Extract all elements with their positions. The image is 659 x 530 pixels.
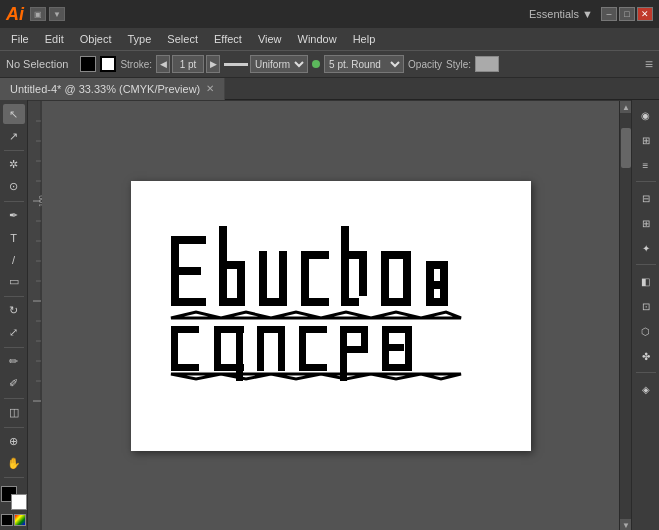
symbols-button[interactable]: ✤ bbox=[635, 345, 657, 367]
magic-wand-tool-button[interactable]: ✲ bbox=[3, 155, 25, 175]
canvas-wrapper: 100 200 300 bbox=[28, 100, 631, 530]
svg-rect-70 bbox=[426, 298, 448, 306]
properties-button[interactable]: ≡ bbox=[635, 154, 657, 176]
vertical-scrollbar[interactable]: ▲ ▼ bbox=[619, 101, 631, 530]
menu-help[interactable]: Help bbox=[346, 31, 383, 47]
document-tab[interactable]: Untitled-4* @ 33.33% (CMYK/Preview) ✕ bbox=[0, 78, 225, 100]
stroke-decrement-button[interactable]: ◀ bbox=[156, 55, 170, 73]
color-panel-button[interactable]: ◉ bbox=[635, 104, 657, 126]
transform-button[interactable]: ⊞ bbox=[635, 212, 657, 234]
svg-rect-91 bbox=[382, 326, 389, 371]
svg-rect-45 bbox=[171, 236, 206, 244]
toolbar-separator-6 bbox=[4, 427, 24, 428]
ruler-v-marks: 100 bbox=[28, 101, 42, 530]
panel-separator-2 bbox=[636, 264, 656, 265]
rectangle-tool-button[interactable]: ▭ bbox=[3, 272, 25, 292]
tab-title: Untitled-4* @ 33.33% (CMYK/Preview) bbox=[10, 83, 200, 95]
svg-rect-59 bbox=[341, 251, 359, 259]
brushes-button[interactable]: ⬡ bbox=[635, 320, 657, 342]
scale-tool-button[interactable]: ⤢ bbox=[3, 323, 25, 343]
svg-rect-57 bbox=[301, 251, 309, 306]
arrow-icon[interactable]: ▼ bbox=[49, 7, 65, 21]
stroke-color-box[interactable] bbox=[100, 56, 116, 72]
menu-select[interactable]: Select bbox=[160, 31, 205, 47]
panel-separator-3 bbox=[636, 372, 656, 373]
svg-rect-80 bbox=[278, 326, 285, 371]
opacity-label: Opacity bbox=[408, 59, 442, 70]
svg-rect-51 bbox=[237, 261, 245, 306]
pathfinder-button[interactable]: ✦ bbox=[635, 237, 657, 259]
svg-rect-47 bbox=[171, 298, 206, 306]
zoom-tool-button[interactable]: ⊕ bbox=[3, 431, 25, 451]
lasso-tool-button[interactable]: ⊙ bbox=[3, 177, 25, 197]
direct-selection-tool-button[interactable]: ↗ bbox=[3, 126, 25, 146]
paintbrush-tool-button[interactable]: ✏ bbox=[3, 352, 25, 372]
title-bar-icons: ▣ ▼ bbox=[30, 7, 65, 21]
line-tool-button[interactable]: / bbox=[3, 250, 25, 270]
pencil-tool-button[interactable]: ✐ bbox=[3, 374, 25, 394]
scroll-track-vertical[interactable] bbox=[620, 113, 631, 519]
svg-rect-50 bbox=[219, 298, 237, 306]
title-bar-left: Ai ▣ ▼ bbox=[6, 5, 65, 23]
doc-icon[interactable]: ▣ bbox=[30, 7, 46, 21]
tab-close-button[interactable]: ✕ bbox=[206, 83, 214, 94]
pen-tool-button[interactable]: ✒ bbox=[3, 206, 25, 226]
options-bar: No Selection Stroke: ◀ ▶ Uniform 5 pt. R… bbox=[0, 50, 659, 78]
svg-rect-87 bbox=[361, 326, 368, 353]
svg-rect-60 bbox=[341, 298, 359, 306]
scroll-down-button[interactable]: ▼ bbox=[620, 519, 631, 530]
scroll-up-button[interactable]: ▲ bbox=[620, 101, 631, 113]
artboard-content bbox=[131, 181, 531, 451]
toolbar-separator-1 bbox=[4, 150, 24, 151]
fill-color-box[interactable] bbox=[80, 56, 96, 72]
svg-rect-26 bbox=[28, 101, 42, 530]
left-toolbar: ↖ ↗ ✲ ⊙ ✒ T / ▭ ↻ ⤢ ✏ ✐ ◫ ⊕ ✋ bbox=[0, 100, 28, 530]
color-button[interactable] bbox=[14, 514, 26, 526]
selection-tool-button[interactable]: ↖ bbox=[3, 104, 25, 124]
menu-bar: File Edit Object Type Select Effect View… bbox=[0, 28, 659, 50]
svg-rect-52 bbox=[259, 251, 267, 306]
graphic-styles-button[interactable]: ◈ bbox=[635, 378, 657, 400]
menu-file[interactable]: File bbox=[4, 31, 36, 47]
svg-rect-92 bbox=[405, 326, 412, 371]
menu-edit[interactable]: Edit bbox=[38, 31, 71, 47]
toolbar-separator-3 bbox=[4, 296, 24, 297]
maximize-button[interactable]: □ bbox=[619, 7, 635, 21]
svg-rect-58 bbox=[341, 226, 349, 306]
eraser-tool-button[interactable]: ◫ bbox=[3, 403, 25, 423]
align-button[interactable]: ⊟ bbox=[635, 187, 657, 209]
style-swatch[interactable] bbox=[475, 56, 499, 72]
menu-effect[interactable]: Effect bbox=[207, 31, 249, 47]
libraries-button[interactable]: ⊞ bbox=[635, 129, 657, 151]
menu-window[interactable]: Window bbox=[291, 31, 344, 47]
rotate-tool-button[interactable]: ↻ bbox=[3, 301, 25, 321]
round-style-select[interactable]: 5 pt. Round bbox=[324, 55, 404, 73]
svg-rect-46 bbox=[171, 267, 201, 275]
svg-rect-73 bbox=[171, 326, 178, 371]
close-button[interactable]: ✕ bbox=[637, 7, 653, 21]
svg-marker-94 bbox=[171, 374, 461, 379]
stroke-style-select[interactable]: Uniform bbox=[250, 55, 308, 73]
menu-type[interactable]: Type bbox=[121, 31, 159, 47]
menu-view[interactable]: View bbox=[251, 31, 289, 47]
panel-separator-1 bbox=[636, 181, 656, 182]
stroke-increment-button[interactable]: ▶ bbox=[206, 55, 220, 73]
essentials-label[interactable]: Essentials ▼ bbox=[529, 8, 593, 20]
vertical-ruler: 100 bbox=[28, 101, 42, 530]
svg-marker-93 bbox=[171, 312, 461, 318]
layers-button[interactable]: ◧ bbox=[635, 270, 657, 292]
canvas-row: 100 bbox=[28, 101, 631, 530]
scroll-thumb-vertical[interactable] bbox=[621, 128, 631, 168]
hand-tool-button[interactable]: ✋ bbox=[3, 453, 25, 473]
svg-rect-54 bbox=[279, 251, 287, 306]
menu-object[interactable]: Object bbox=[73, 31, 119, 47]
canvas-inner[interactable] bbox=[42, 101, 619, 530]
svg-rect-76 bbox=[214, 326, 221, 371]
none-color-button[interactable] bbox=[1, 514, 13, 526]
type-tool-button[interactable]: T bbox=[3, 228, 25, 248]
swatches-button[interactable]: ⊡ bbox=[635, 295, 657, 317]
background-color[interactable] bbox=[11, 494, 27, 510]
options-menu-icon[interactable]: ≡ bbox=[645, 56, 653, 72]
stroke-value-input[interactable] bbox=[172, 55, 204, 73]
minimize-button[interactable]: – bbox=[601, 7, 617, 21]
